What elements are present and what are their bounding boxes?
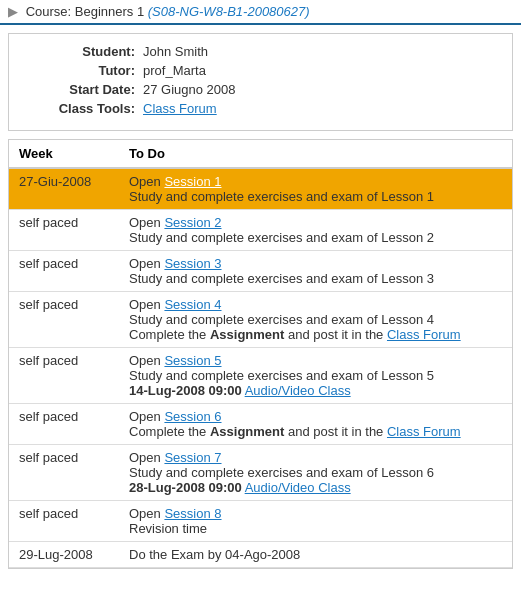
todo-text: Complete the Assignment and post it in t… — [129, 327, 461, 342]
todo-cell: Open Session 2 Study and complete exerci… — [119, 210, 512, 251]
week-cell: self paced — [9, 445, 119, 501]
week-cell: self paced — [9, 501, 119, 542]
table-header-row: Week To Do — [9, 140, 512, 168]
info-section: Student: John Smith Tutor: prof_Marta St… — [8, 33, 513, 131]
todo-cell: Open Session 7 Study and complete exerci… — [119, 445, 512, 501]
session-1-link[interactable]: Session 1 — [164, 174, 221, 189]
todo-text: Study and complete exercises and exam of… — [129, 312, 434, 327]
class-tools-row: Class Tools: Class Forum — [25, 101, 496, 116]
todo-cell: Open Session 8 Revision time — [119, 501, 512, 542]
audio-video-7-link[interactable]: Audio/Video Class — [245, 480, 351, 495]
col-week-header: Week — [9, 140, 119, 168]
schedule-table: Week To Do 27-Giu-2008 Open Session 1 St… — [9, 140, 512, 568]
todo-cell: Open Session 3 Study and complete exerci… — [119, 251, 512, 292]
class-forum-link[interactable]: Class Forum — [143, 101, 217, 116]
breadcrumb-course-label: Course: Beginners 1 — [26, 4, 148, 19]
todo-cell: Open Session 6 Complete the Assignment a… — [119, 404, 512, 445]
table-row: self paced Open Session 6 Complete the A… — [9, 404, 512, 445]
start-date-value: 27 Giugno 2008 — [143, 82, 236, 97]
start-date-label: Start Date: — [25, 82, 135, 97]
exam-text: Do the Exam by 04-Ago-2008 — [129, 547, 300, 562]
session-2-link[interactable]: Session 2 — [164, 215, 221, 230]
table-row: self paced Open Session 7 Study and comp… — [9, 445, 512, 501]
week-cell: 29-Lug-2008 — [9, 542, 119, 568]
table-row: self paced Open Session 2 Study and comp… — [9, 210, 512, 251]
tutor-value: prof_Marta — [143, 63, 206, 78]
student-value: John Smith — [143, 44, 208, 59]
todo-text: Revision time — [129, 521, 207, 536]
col-todo-header: To Do — [119, 140, 512, 168]
todo-text: Study and complete exercises and exam of… — [129, 189, 434, 204]
audio-video-5-link[interactable]: Audio/Video Class — [245, 383, 351, 398]
todo-cell: Open Session 5 Study and complete exerci… — [119, 348, 512, 404]
table-row: self paced Open Session 5 Study and comp… — [9, 348, 512, 404]
todo-cell: Open Session 1 Study and complete exerci… — [119, 168, 512, 210]
week-cell: self paced — [9, 251, 119, 292]
todo-text: Study and complete exercises and exam of… — [129, 271, 434, 286]
tutor-row: Tutor: prof_Marta — [25, 63, 496, 78]
todo-text: Study and complete exercises and exam of… — [129, 465, 434, 480]
schedule-section: Week To Do 27-Giu-2008 Open Session 1 St… — [8, 139, 513, 569]
week-cell: self paced — [9, 292, 119, 348]
tutor-label: Tutor: — [25, 63, 135, 78]
class-forum-6-link[interactable]: Class Forum — [387, 424, 461, 439]
class-tools-label: Class Tools: — [25, 101, 135, 116]
session-6-link[interactable]: Session 6 — [164, 409, 221, 424]
table-row: 29-Lug-2008 Do the Exam by 04-Ago-2008 — [9, 542, 512, 568]
todo-cell: Open Session 4 Study and complete exerci… — [119, 292, 512, 348]
session-5-link[interactable]: Session 5 — [164, 353, 221, 368]
todo-text: Study and complete exercises and exam of… — [129, 368, 434, 383]
breadcrumb-course-id: (S08-NG-W8-B1-20080627) — [148, 4, 310, 19]
week-cell: self paced — [9, 348, 119, 404]
session-8-link[interactable]: Session 8 — [164, 506, 221, 521]
start-date-row: Start Date: 27 Giugno 2008 — [25, 82, 496, 97]
student-row: Student: John Smith — [25, 44, 496, 59]
todo-cell: Do the Exam by 04-Ago-2008 — [119, 542, 512, 568]
session-4-link[interactable]: Session 4 — [164, 297, 221, 312]
session-7-link[interactable]: Session 7 — [164, 450, 221, 465]
class-forum-4-link[interactable]: Class Forum — [387, 327, 461, 342]
table-row: self paced Open Session 3 Study and comp… — [9, 251, 512, 292]
todo-text: Complete the Assignment and post it in t… — [129, 424, 461, 439]
table-row: self paced Open Session 8 Revision time — [9, 501, 512, 542]
breadcrumb-arrow: ▶ — [8, 4, 18, 19]
todo-text: 28-Lug-2008 09:00 Audio/Video Class — [129, 480, 351, 495]
student-label: Student: — [25, 44, 135, 59]
week-cell: self paced — [9, 210, 119, 251]
todo-text: Study and complete exercises and exam of… — [129, 230, 434, 245]
table-row: self paced Open Session 4 Study and comp… — [9, 292, 512, 348]
table-row: 27-Giu-2008 Open Session 1 Study and com… — [9, 168, 512, 210]
week-cell: 27-Giu-2008 — [9, 168, 119, 210]
week-cell: self paced — [9, 404, 119, 445]
breadcrumb: ▶ Course: Beginners 1 (S08-NG-W8-B1-2008… — [0, 0, 521, 25]
session-3-link[interactable]: Session 3 — [164, 256, 221, 271]
todo-text: 14-Lug-2008 09:00 Audio/Video Class — [129, 383, 351, 398]
